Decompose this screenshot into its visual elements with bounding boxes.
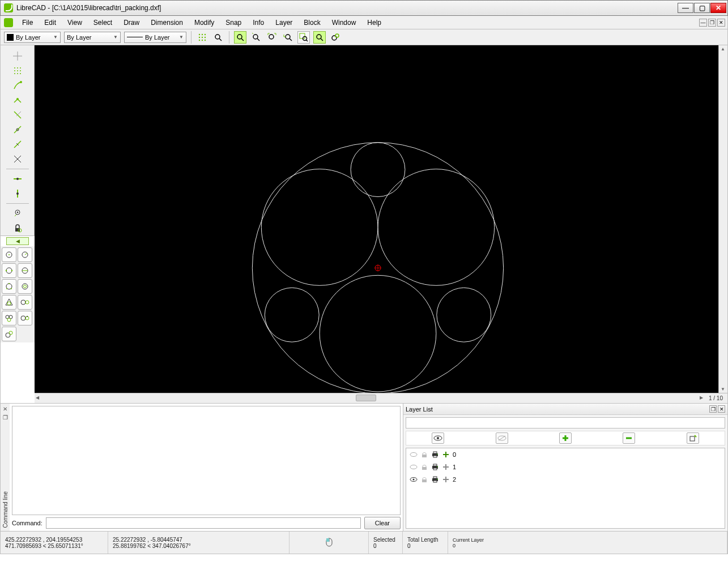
layer-add-icon[interactable] [559,432,572,444]
panel-close-icon[interactable]: ✕ [718,405,725,413]
vertical-scrollbar[interactable] [718,45,727,393]
mdi-minimize-button[interactable]: — [699,19,707,27]
restrict-horizontal-icon[interactable] [10,172,25,186]
layer-remove-icon[interactable] [623,432,635,444]
zoom-extents-icon[interactable] [266,31,278,44]
minimize-button[interactable]: — [678,3,693,13]
snap-on-entity-icon[interactable] [10,93,25,108]
snap-middle-icon[interactable] [10,122,25,137]
zoom-scroll-icon[interactable] [329,31,342,44]
clear-button[interactable]: Clear [364,517,401,529]
circle-tan2-icon[interactable] [18,295,32,310]
menu-window[interactable]: Window [326,17,362,28]
svg-rect-104 [422,467,427,470]
layer-panel: Layer List ❐ ✕ 0 [403,404,727,531]
circle-tan3-icon[interactable] [2,311,16,325]
linewidth-combo-label: By Layer [67,34,91,41]
snap-free-icon[interactable] [10,49,25,63]
mdi-close-button[interactable]: ✕ [717,19,725,27]
construction-icon[interactable] [442,451,450,459]
circle-2point-radius-icon[interactable] [18,263,32,278]
menu-select[interactable]: Select [88,17,118,28]
circle-tan1-2p-icon[interactable] [2,327,16,341]
linetype-combo[interactable]: By Layer ▼ [124,32,186,43]
color-combo[interactable]: By Layer ▼ [4,32,61,43]
circle-tan2-1p-icon[interactable] [18,311,32,325]
svg-point-50 [16,192,19,195]
close-button[interactable]: ✕ [710,3,726,13]
layer-edit-icon[interactable] [687,432,699,444]
panel-undock-icon[interactable]: ❐ [709,405,717,413]
panel-close-icon[interactable]: ✕ [3,406,7,412]
snap-grid-icon[interactable] [10,63,25,78]
command-input[interactable] [46,517,361,529]
lock-icon[interactable] [420,475,428,483]
menu-layer[interactable]: Layer [270,17,298,28]
lock-icon[interactable] [420,463,428,471]
menu-draw[interactable]: Draw [118,17,145,28]
restrict-vertical-icon[interactable] [10,186,25,201]
zoom-previous-icon[interactable] [282,31,294,44]
zoom-in-icon[interactable] [234,31,246,44]
visibility-icon[interactable] [410,451,418,459]
lock-relative-zero-icon[interactable] [10,221,25,235]
snap-endpoint-icon[interactable] [10,78,25,93]
drawing-canvas[interactable] [35,45,718,393]
visibility-icon[interactable] [410,463,418,471]
layer-filter-input[interactable] [406,417,725,429]
layer-buttons [406,431,725,445]
circle-center-radius-icon[interactable] [18,247,32,262]
scroll-thumb[interactable] [356,395,376,401]
menu-help[interactable]: Help [361,17,387,28]
title-bar: LibreCAD - [C:\1A\2015\librecad\tri_pack… [0,0,728,16]
construction-icon[interactable] [442,475,450,483]
circle-concentric-icon[interactable] [18,279,32,294]
snap-dist-icon[interactable] [10,137,25,152]
svg-point-66 [6,288,7,289]
snap-intersection-icon[interactable] [10,152,25,166]
circle-2point-icon[interactable] [2,263,16,278]
panel-undock-icon[interactable]: ❐ [3,414,8,421]
menu-edit[interactable]: Edit [39,17,62,28]
linewidth-combo[interactable]: By Layer ▼ [64,32,121,43]
menu-block[interactable]: Block [298,17,326,28]
circle-3point-icon[interactable] [2,279,16,294]
maximize-button[interactable]: ▢ [694,3,710,13]
layer-show-all-icon[interactable] [432,432,444,444]
cad-toolbar-back-button[interactable]: ◀ [6,237,29,245]
command-output[interactable] [12,406,401,515]
visibility-icon[interactable] [410,475,418,483]
lock-icon[interactable] [420,451,428,459]
layer-row[interactable]: 0 [406,448,725,461]
circle-inscribed-icon[interactable] [2,295,16,310]
construction-icon[interactable] [442,463,450,471]
zoom-auto-icon[interactable] [212,31,224,44]
menu-view[interactable]: View [62,17,88,28]
mdi-restore-button[interactable]: ❐ [708,19,716,27]
menu-dimension[interactable]: Dimension [145,17,189,28]
layer-list[interactable]: 0 1 2 [406,448,725,529]
layer-row[interactable]: 1 [406,461,725,473]
layer-hide-all-icon[interactable] [496,432,508,444]
snap-center-icon[interactable] [10,108,25,122]
circle-center-point-icon[interactable] [2,247,16,262]
menu-snap[interactable]: Snap [220,17,247,28]
svg-point-76 [7,318,11,322]
print-icon[interactable] [431,451,439,459]
zoom-window-icon[interactable] [297,31,310,44]
app-menu-icon[interactable] [4,18,13,27]
menu-info[interactable]: Info [247,17,270,28]
svg-line-10 [219,38,222,41]
lower-panels: ✕ ❐ Command line Command: Clear Layer Li… [0,404,728,532]
layer-row[interactable]: 2 [406,473,725,486]
redraw-icon[interactable] [196,31,208,44]
svg-point-22 [317,35,321,39]
menu-file[interactable]: File [16,17,39,28]
print-icon[interactable] [431,463,439,471]
zoom-out-icon[interactable] [250,31,262,44]
print-icon[interactable] [431,475,439,483]
zoom-pan-icon[interactable] [313,31,326,44]
menu-modify[interactable]: Modify [189,17,220,28]
set-relative-zero-icon[interactable] [10,206,25,221]
horizontal-scrollbar[interactable] [35,394,704,403]
